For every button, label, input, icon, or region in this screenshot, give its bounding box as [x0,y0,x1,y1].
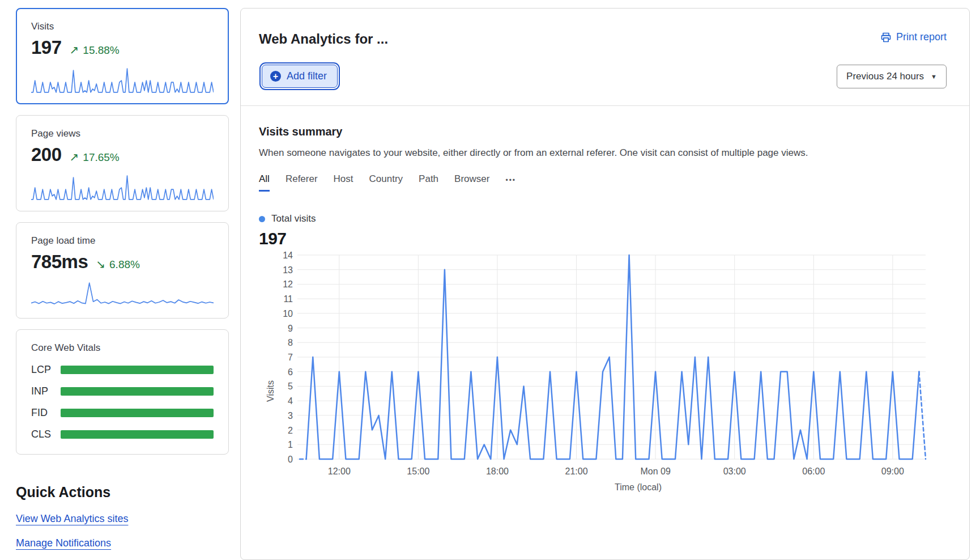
vital-label: INP [31,385,61,397]
metric-delta: ↗ 15.88% [70,43,120,57]
metric-value: 197 [31,37,62,58]
svg-text:4: 4 [288,396,293,406]
vitals-rows: LCPINPFIDCLS [31,364,214,440]
vital-bar-track [61,409,214,417]
visits-summary-section: Visits summary When someone navigates to… [241,106,969,498]
time-range-dropdown[interactable]: Previous 24 hours ▼ [837,65,947,88]
metric-row: 785ms ↘ 6.88% [31,251,214,273]
svg-text:1: 1 [288,440,293,449]
trend-up-icon: ↗ [70,43,79,57]
core-web-vitals-card[interactable]: Core Web Vitals LCPINPFIDCLS [16,329,229,455]
svg-text:15:00: 15:00 [407,466,429,476]
page-views-sparkline [31,173,214,201]
page-load-sparkline [31,281,214,308]
metric-card-page-load-time[interactable]: Page load time 785ms ↘ 6.88% [16,222,229,319]
svg-text:12:00: 12:00 [328,466,351,476]
tab-country[interactable]: Country [369,173,403,192]
trend-down-icon: ↘ [96,257,105,271]
metric-delta-value: 17.65% [83,151,119,164]
time-range-value: Previous 24 hours [846,71,924,82]
vital-row-fid: FID [31,407,214,419]
vital-row-inp: INP [31,385,214,397]
vital-bar [61,430,214,439]
chart-legend: Total visits [259,213,956,224]
metric-value: 200 [31,144,62,166]
legend-label: Total visits [271,213,316,224]
tab-browser[interactable]: Browser [454,173,489,192]
metric-delta: ↘ 6.88% [96,257,140,271]
view-web-analytics-sites-link[interactable]: View Web Analytics sites [16,513,128,525]
visits-chart: 0123456789101112131412:0015:0018:0021:00… [259,251,956,498]
vitals-title: Core Web Vitals [31,342,214,354]
svg-text:8: 8 [288,338,293,347]
chevron-down-icon: ▼ [931,73,937,80]
svg-text:9: 9 [288,324,293,333]
vital-bar [61,366,214,374]
vital-bar-track [61,366,214,374]
trend-up-icon: ↗ [70,150,79,164]
svg-text:03:00: 03:00 [723,466,746,476]
metric-title: Page load time [31,235,214,247]
print-report-link[interactable]: Print report [880,31,947,43]
visits-summary-description: When someone navigates to your website, … [259,147,956,159]
vital-label: CLS [31,429,61,440]
svg-text:11: 11 [283,294,293,304]
metric-value: 785ms [31,251,88,273]
tab-all[interactable]: All [259,173,270,192]
print-report-label: Print report [896,31,947,43]
metric-row: 200 ↗ 17.65% [31,144,214,166]
legend-dot-icon [259,216,265,222]
tab-path[interactable]: Path [419,173,438,192]
svg-text:09:00: 09:00 [881,466,904,476]
metric-delta-value: 15.88% [83,44,119,57]
tab-host[interactable]: Host [334,173,353,192]
svg-text:13: 13 [283,265,293,275]
metric-title: Page views [31,128,214,139]
add-filter-button[interactable]: + Add filter [262,65,338,88]
vital-label: FID [31,407,61,419]
svg-text:18:00: 18:00 [486,466,509,476]
svg-text:2: 2 [288,426,293,435]
total-visits-value: 197 [259,229,956,248]
visits-line-chart: 0123456789101112131412:0015:0018:0021:00… [259,251,961,495]
svg-text:Visits: Visits [266,380,275,402]
vital-row-lcp: LCP [31,364,214,376]
vital-label: LCP [31,364,61,376]
vital-bar [61,409,214,417]
metric-title: Visits [31,21,214,32]
vital-bar-track [61,387,214,396]
main-header: Web Analytics for ... Print report + [241,9,969,105]
svg-text:0: 0 [288,455,293,464]
analytics-main-panel: Web Analytics for ... Print report + [240,8,970,560]
printer-icon [880,32,892,43]
svg-text:Mon 09: Mon 09 [640,466,670,476]
metric-delta-value: 6.88% [109,258,140,271]
svg-text:21:00: 21:00 [565,466,588,476]
svg-text:10: 10 [283,309,293,319]
svg-text:6: 6 [288,367,293,377]
more-tabs-button[interactable]: ••• [505,176,516,189]
svg-text:06:00: 06:00 [802,466,825,476]
svg-text:14: 14 [283,251,293,260]
manage-notifications-link[interactable]: Manage Notifications [16,537,111,549]
web-analytics-page: Visits 197 ↗ 15.88% Page views 200 ↗ 17.… [0,0,980,560]
svg-text:3: 3 [288,411,293,421]
svg-text:Time (local): Time (local) [615,482,662,492]
vital-bar [61,387,214,396]
svg-text:12: 12 [283,279,293,289]
visits-summary-title: Visits summary [259,125,956,138]
quick-actions-title: Quick Actions [16,484,229,500]
metrics-sidebar: Visits 197 ↗ 15.88% Page views 200 ↗ 17.… [16,8,229,560]
svg-text:5: 5 [288,381,293,391]
vital-row-cls: CLS [31,429,214,440]
page-title: Web Analytics for ... [259,31,388,47]
tab-referer[interactable]: Referer [286,173,318,192]
metric-card-page-views[interactable]: Page views 200 ↗ 17.65% [16,115,229,211]
metric-delta: ↗ 17.65% [70,150,120,164]
add-filter-label: Add filter [287,70,327,82]
plus-icon: + [270,71,281,82]
metric-row: 197 ↗ 15.88% [31,37,214,58]
svg-text:7: 7 [288,353,293,362]
visits-sparkline [31,66,214,94]
metric-card-visits[interactable]: Visits 197 ↗ 15.88% [16,8,229,104]
